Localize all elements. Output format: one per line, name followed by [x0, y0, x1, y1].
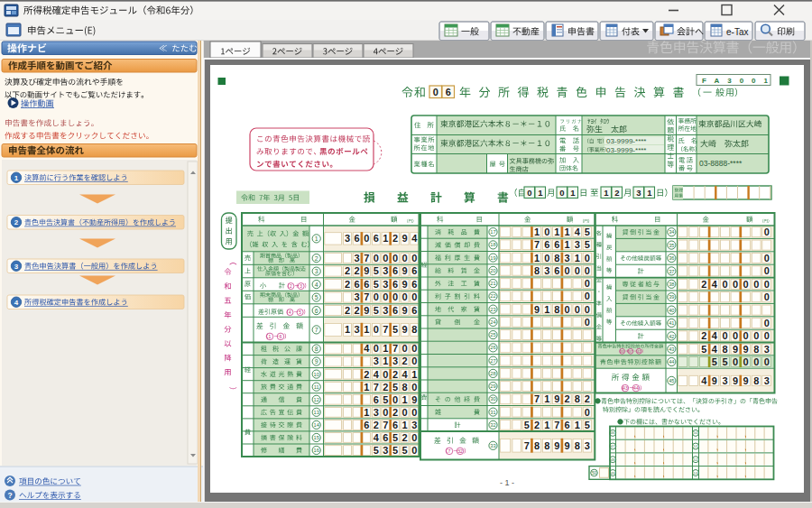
svg-text:28: 28 — [490, 371, 495, 376]
svg-text:4: 4 — [374, 432, 380, 443]
svg-text:0: 0 — [575, 304, 580, 315]
svg-text:22: 22 — [490, 293, 495, 299]
svg-text:1: 1 — [364, 407, 369, 418]
svg-text:32: 32 — [457, 448, 463, 454]
svg-text:16: 16 — [314, 448, 319, 453]
svg-text:0: 0 — [374, 253, 379, 263]
svg-text:2: 2 — [383, 382, 388, 393]
svg-text:1: 1 — [364, 382, 369, 393]
svg-text:4: 4 — [712, 279, 718, 290]
svg-text:9: 9 — [743, 344, 749, 355]
svg-text:0: 0 — [383, 253, 388, 263]
svg-text:36: 36 — [669, 255, 674, 261]
svg-text:9: 9 — [402, 324, 408, 335]
svg-text:9: 9 — [402, 305, 408, 316]
svg-text:0: 0 — [585, 278, 590, 289]
svg-text:0: 0 — [722, 279, 727, 290]
svg-text:45: 45 — [669, 378, 674, 383]
svg-text:44: 44 — [633, 385, 639, 391]
svg-text:25: 25 — [490, 332, 495, 337]
svg-text:50: 50 — [694, 430, 698, 435]
svg-text:3: 3 — [722, 375, 727, 386]
svg-text:47: 47 — [611, 444, 615, 448]
svg-text:8: 8 — [534, 265, 540, 276]
svg-text:0: 0 — [764, 253, 770, 263]
svg-text:10: 10 — [314, 372, 319, 377]
svg-text:0: 0 — [383, 369, 388, 380]
svg-text:3: 3 — [315, 268, 318, 274]
svg-text:2: 2 — [701, 279, 706, 290]
svg-text:0: 0 — [564, 304, 569, 315]
svg-text:0: 0 — [743, 356, 749, 367]
svg-text:7: 7 — [383, 420, 388, 430]
svg-text:0: 0 — [743, 330, 749, 341]
svg-text:32: 32 — [490, 422, 495, 428]
svg-text:44: 44 — [669, 359, 674, 365]
svg-text:5: 5 — [392, 324, 398, 335]
svg-text:0: 0 — [722, 330, 727, 341]
svg-text:3: 3 — [544, 265, 549, 276]
svg-text:1: 1 — [402, 420, 408, 430]
svg-text:0: 0 — [402, 343, 408, 354]
svg-text:7: 7 — [315, 327, 318, 333]
svg-text:6: 6 — [411, 279, 417, 290]
svg-text:3: 3 — [355, 253, 360, 263]
svg-text:4: 4 — [712, 330, 718, 341]
svg-text:8: 8 — [411, 324, 417, 335]
svg-text:9: 9 — [402, 265, 408, 276]
svg-text:4: 4 — [701, 375, 707, 386]
svg-text:2: 2 — [355, 265, 360, 276]
svg-text:34: 34 — [669, 229, 674, 235]
svg-text:12: 12 — [314, 397, 319, 402]
svg-text:2: 2 — [585, 393, 590, 404]
svg-text:13: 13 — [314, 410, 319, 415]
svg-text:5: 5 — [701, 344, 706, 355]
svg-text:24: 24 — [490, 319, 495, 325]
svg-text:0: 0 — [733, 279, 738, 290]
svg-text:0: 0 — [364, 233, 369, 244]
svg-text:3: 3 — [383, 305, 388, 316]
svg-text:1: 1 — [383, 233, 388, 244]
svg-text:2: 2 — [14, 218, 19, 226]
svg-text:6: 6 — [392, 420, 398, 430]
svg-text:1: 1 — [538, 188, 543, 198]
svg-text:6: 6 — [564, 420, 569, 430]
svg-text:5: 5 — [402, 445, 408, 456]
svg-text:39: 39 — [669, 294, 674, 300]
svg-text:0: 0 — [753, 356, 759, 367]
svg-text:6: 6 — [544, 239, 549, 250]
svg-text:0: 0 — [411, 343, 417, 354]
svg-text:6: 6 — [355, 279, 360, 290]
svg-text:0: 0 — [544, 226, 549, 237]
svg-text:43: 43 — [669, 346, 674, 352]
svg-text:03-9999-****: 03-9999-**** — [606, 146, 646, 154]
svg-text:e-Tax: e-Tax — [726, 27, 748, 37]
svg-text:0: 0 — [402, 407, 408, 418]
svg-text:2: 2 — [564, 393, 569, 404]
svg-text:?: ? — [7, 491, 12, 500]
svg-text:0: 0 — [374, 291, 379, 302]
svg-text:49: 49 — [611, 471, 615, 476]
svg-text:0: 0 — [585, 265, 590, 276]
svg-text:26: 26 — [490, 345, 495, 350]
svg-text:03-8888-****: 03-8888-**** — [699, 159, 743, 168]
svg-text:1: 1 — [14, 174, 19, 182]
svg-text:0: 0 — [411, 356, 417, 366]
svg-text:20: 20 — [490, 268, 495, 273]
svg-text:3: 3 — [355, 324, 360, 335]
svg-text:0: 0 — [411, 445, 417, 456]
svg-text:1: 1 — [544, 420, 549, 430]
svg-text:1: 1 — [554, 226, 559, 237]
svg-text:0: 0 — [743, 279, 749, 290]
svg-text:5: 5 — [585, 420, 590, 430]
svg-text:27: 27 — [490, 358, 495, 364]
svg-text:6: 6 — [374, 394, 379, 405]
svg-text:43: 43 — [623, 385, 628, 391]
svg-text:30: 30 — [490, 396, 495, 402]
svg-text:5: 5 — [392, 382, 398, 393]
svg-text:4: 4 — [289, 310, 291, 315]
svg-text:1: 1 — [604, 188, 609, 198]
svg-text:8: 8 — [753, 375, 759, 386]
svg-text:8: 8 — [554, 304, 559, 315]
svg-text:0: 0 — [585, 407, 590, 418]
